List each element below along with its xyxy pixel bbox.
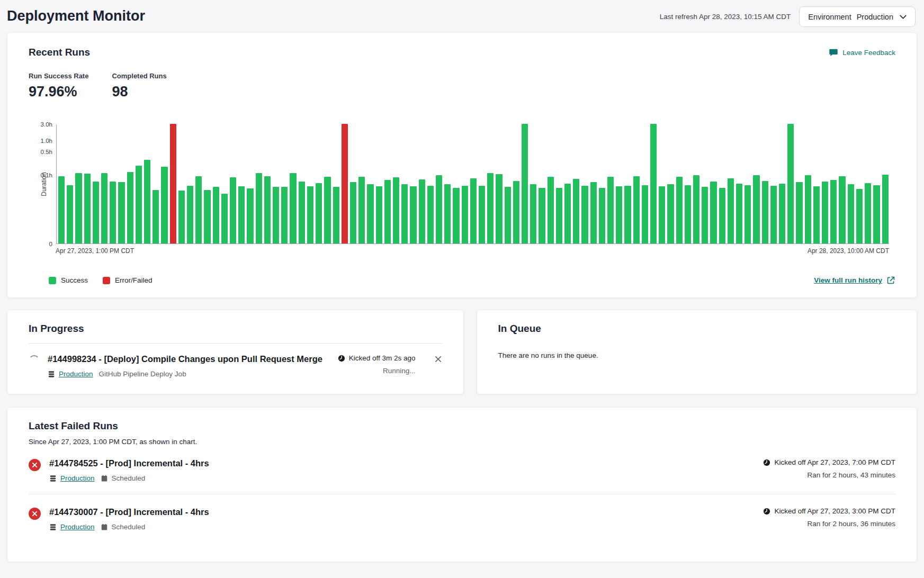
run-bar-success[interactable] (127, 172, 133, 244)
run-bar-success[interactable] (873, 185, 880, 244)
run-bar-success[interactable] (316, 183, 322, 243)
run-bar-success[interactable] (93, 182, 99, 243)
run-bar-success[interactable] (856, 189, 863, 243)
run-bar-success[interactable] (770, 186, 777, 243)
run-bar-success[interactable] (710, 182, 716, 243)
run-bar-success[interactable] (178, 191, 185, 243)
run-bar-success[interactable] (256, 173, 262, 243)
run-bar-success[interactable] (805, 175, 811, 243)
run-bar-success[interactable] (573, 179, 579, 243)
run-bar-success[interactable] (813, 186, 820, 243)
run-bar-success[interactable] (624, 186, 631, 243)
run-bar-success[interactable] (238, 186, 245, 243)
run-bar-error[interactable] (170, 124, 176, 243)
run-bar-success[interactable] (136, 166, 142, 243)
run-bar-success[interactable] (685, 185, 691, 244)
run-bar-success[interactable] (350, 182, 356, 243)
run-bar-success[interactable] (195, 176, 202, 243)
run-bar-success[interactable] (204, 190, 210, 243)
run-bar-success[interactable] (273, 187, 279, 243)
run-bar-success[interactable] (719, 188, 725, 243)
run-bar-success[interactable] (667, 184, 674, 243)
run-bar-success[interactable] (110, 182, 116, 243)
run-bar-success[interactable] (787, 124, 794, 243)
run-bar-success[interactable] (444, 184, 451, 243)
run-bar-success[interactable] (522, 124, 528, 243)
run-bar-success[interactable] (470, 178, 477, 244)
run-bar-success[interactable] (393, 177, 399, 243)
run-bar-success[interactable] (607, 177, 614, 243)
run-bar-success[interactable] (599, 188, 605, 243)
run-bar-success[interactable] (213, 187, 219, 243)
environment-link[interactable]: Production (59, 370, 93, 378)
run-bar-success[interactable] (848, 184, 854, 243)
run-bar-success[interactable] (796, 182, 802, 243)
run-bar-success[interactable] (865, 183, 871, 243)
run-bar-success[interactable] (659, 186, 665, 243)
run-bar-success[interactable] (152, 190, 159, 243)
run-bar-success[interactable] (419, 179, 425, 243)
run-bar-error[interactable] (342, 124, 348, 243)
run-bar-success[interactable] (75, 173, 82, 243)
leave-feedback-link[interactable]: Leave Feedback (829, 48, 895, 57)
run-bar-success[interactable] (264, 176, 271, 243)
run-bar-success[interactable] (487, 173, 494, 243)
run-bar-success[interactable] (479, 186, 485, 243)
run-bar-success[interactable] (556, 188, 562, 243)
run-bar-success[interactable] (333, 187, 339, 243)
run-bar-success[interactable] (779, 184, 785, 243)
run-bar-success[interactable] (367, 184, 373, 243)
run-bar-success[interactable] (539, 188, 545, 243)
run-bar-success[interactable] (144, 160, 150, 243)
run-bar-success[interactable] (376, 186, 382, 243)
run-bar-success[interactable] (822, 182, 828, 243)
run-bar-success[interactable] (410, 186, 416, 243)
run-bar-success[interactable] (882, 175, 889, 243)
close-icon[interactable] (434, 354, 442, 363)
run-bar-success[interactable] (462, 186, 468, 243)
run-bar-success[interactable] (513, 181, 519, 243)
run-bar-success[interactable] (290, 173, 296, 243)
run-bar-success[interactable] (101, 173, 107, 243)
run-bar-success[interactable] (736, 184, 742, 243)
run-bar-success[interactable] (505, 187, 511, 243)
run-bar-success[interactable] (427, 186, 434, 243)
run-bar-success[interactable] (530, 184, 536, 243)
run-bar-success[interactable] (616, 186, 622, 243)
run-bar-success[interactable] (590, 182, 597, 243)
run-bar-success[interactable] (221, 194, 228, 243)
run-bar-success[interactable] (744, 185, 751, 244)
run-bar-success[interactable] (548, 177, 554, 243)
run-bar-success[interactable] (84, 174, 91, 243)
run-bar-success[interactable] (830, 180, 837, 243)
run-bar-success[interactable] (58, 176, 65, 243)
environment-link[interactable]: Production (60, 523, 95, 531)
run-bar-success[interactable] (358, 177, 365, 243)
run-bar-success[interactable] (693, 175, 699, 243)
environment-dropdown[interactable]: Environment Production (799, 6, 916, 27)
run-bar-success[interactable] (281, 187, 288, 243)
run-bar-success[interactable] (642, 185, 648, 244)
run-bar-success[interactable] (161, 167, 167, 244)
run-bar-success[interactable] (247, 188, 253, 243)
run-bar-success[interactable] (401, 184, 408, 243)
environment-link[interactable]: Production (60, 474, 95, 482)
run-bar-success[interactable] (581, 186, 588, 243)
run-bar-success[interactable] (436, 175, 442, 243)
run-bar-success[interactable] (453, 188, 459, 243)
run-bar-success[interactable] (676, 177, 683, 243)
run-bar-success[interactable] (118, 182, 124, 243)
run-bar-success[interactable] (650, 124, 657, 243)
run-bar-success[interactable] (564, 184, 571, 243)
run-bar-success[interactable] (753, 175, 759, 243)
run-bar-success[interactable] (633, 176, 640, 243)
run-bar-success[interactable] (324, 177, 330, 243)
run-bar-success[interactable] (230, 177, 236, 243)
run-bar-success[interactable] (496, 174, 502, 243)
run-bar-success[interactable] (187, 186, 193, 243)
run-bar-success[interactable] (728, 178, 734, 244)
view-full-run-history-link[interactable]: View full run history (814, 276, 895, 285)
run-bar-success[interactable] (839, 176, 845, 243)
run-bar-success[interactable] (299, 182, 305, 243)
run-bar-success[interactable] (384, 180, 391, 243)
